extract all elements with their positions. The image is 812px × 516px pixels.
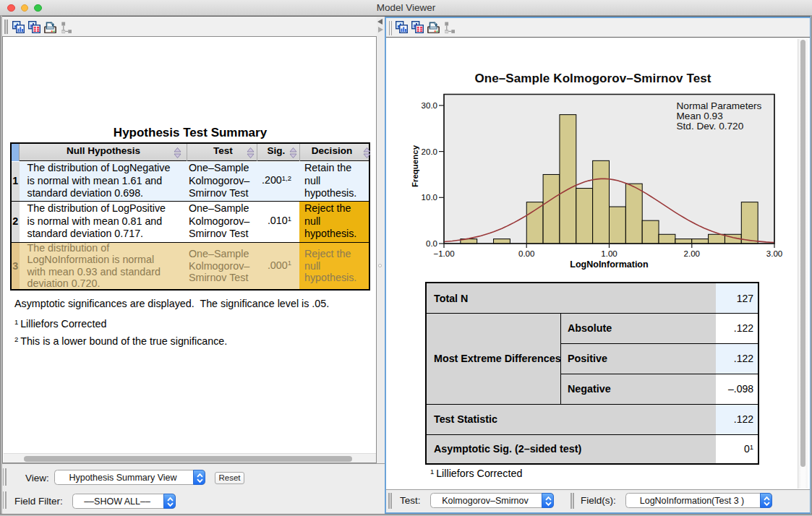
- svg-text:0.00: 0.00: [518, 249, 534, 258]
- svg-text:2.00: 2.00: [684, 249, 700, 258]
- svg-text:Normal Parameters: Normal Parameters: [677, 100, 762, 111]
- svg-text:Frequency: Frequency: [411, 145, 419, 187]
- svg-text:Mean 0.93: Mean 0.93: [677, 111, 723, 121]
- svg-text:30.0: 30.0: [422, 101, 437, 110]
- svg-text:−1.00: −1.00: [433, 249, 454, 258]
- svg-text:20.0: 20.0: [422, 147, 437, 156]
- svg-text:3.00: 3.00: [766, 249, 782, 258]
- svg-text:0.0: 0.0: [426, 239, 437, 248]
- svg-text:LogNoInformation: LogNoInformation: [570, 259, 648, 270]
- svg-text:1.00: 1.00: [601, 249, 617, 258]
- svg-text:Std. Dev. 0.720: Std. Dev. 0.720: [677, 121, 744, 132]
- svg-text:10.0: 10.0: [422, 193, 437, 202]
